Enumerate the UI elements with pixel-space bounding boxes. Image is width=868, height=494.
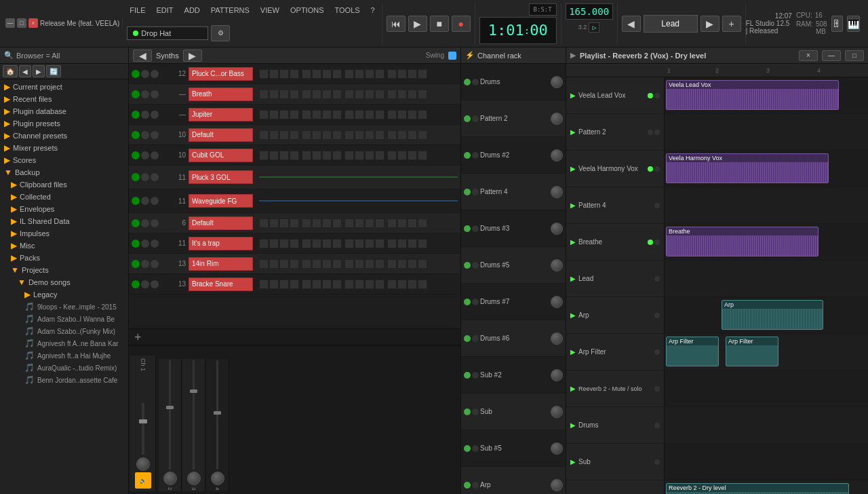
ch-volume-knob[interactable] [551, 223, 563, 235]
pad[interactable] [322, 259, 332, 269]
prev-channel-button[interactable]: ◀ [622, 16, 641, 32]
pad[interactable] [322, 151, 332, 160]
menu-tools[interactable]: TOOLS [332, 6, 363, 14]
pad[interactable] [290, 151, 299, 160]
track-clip-area[interactable]: Arp Filter Arp Filter [665, 334, 868, 370]
fader-track[interactable] [216, 360, 218, 470]
sidebar-item-demo-songs[interactable]: ▼ Demo songs [0, 276, 128, 288]
ch-mute-btn[interactable] [464, 299, 471, 305]
fader-handle[interactable] [190, 390, 197, 393]
pad[interactable] [322, 69, 332, 79]
pad[interactable] [408, 69, 417, 79]
seq-aux-btn[interactable] [151, 70, 159, 78]
pad[interactable] [290, 218, 299, 228]
pad[interactable] [269, 259, 279, 269]
instrument-edit-button[interactable]: ⚙ [211, 25, 230, 41]
menu-add[interactable]: ADD [182, 6, 203, 14]
channel-name-display[interactable]: Lead [644, 15, 698, 33]
seq-mute-btn[interactable] [132, 197, 140, 205]
seq-solo-btn[interactable] [141, 280, 149, 288]
pad[interactable] [418, 218, 427, 228]
pad[interactable] [302, 280, 311, 289]
pad[interactable] [312, 69, 321, 79]
pad[interactable] [322, 90, 332, 99]
pad[interactable] [279, 259, 289, 269]
pad[interactable] [375, 110, 384, 119]
pad[interactable] [312, 259, 321, 269]
playlist-minimize-btn[interactable]: — [822, 50, 841, 61]
pad[interactable] [312, 110, 321, 119]
pad[interactable] [365, 130, 374, 140]
track-clip-area[interactable] [665, 370, 868, 406]
maximize-button[interactable]: □ [17, 18, 26, 28]
ch-volume-knob[interactable] [551, 369, 563, 381]
ch-volume-knob[interactable] [551, 113, 563, 125]
pad[interactable] [387, 259, 397, 269]
pad[interactable] [408, 151, 417, 160]
pad[interactable] [418, 259, 427, 269]
pad[interactable] [408, 218, 417, 228]
pad[interactable] [322, 130, 332, 140]
minimize-button[interactable]: — [5, 18, 15, 28]
pad[interactable] [344, 259, 354, 269]
fader-handle[interactable] [139, 419, 147, 423]
sidebar-item-current-project[interactable]: ▶ Current project [0, 81, 128, 93]
seq-solo-btn[interactable] [141, 151, 149, 159]
seq-instrument-btn[interactable]: Breath [189, 88, 253, 101]
pad[interactable] [344, 69, 354, 79]
sidebar-item-recent-files[interactable]: ▶ Recent files [0, 93, 128, 105]
track-mute-dot[interactable] [654, 313, 660, 318]
pad[interactable] [344, 218, 354, 228]
mixer-button[interactable]: 🎚 [831, 16, 843, 32]
pad[interactable] [259, 151, 269, 160]
seq-instrument-btn[interactable]: Pluck 3 GOL [189, 170, 253, 184]
sidebar-item-misc[interactable]: ▶ Misc [0, 240, 128, 252]
pad[interactable] [355, 239, 364, 248]
pad[interactable] [375, 69, 384, 79]
seq-mute-btn[interactable] [132, 240, 140, 248]
pad[interactable] [279, 280, 289, 289]
playlist-clip[interactable]: Veela Lead Vox [666, 80, 839, 110]
pad[interactable] [269, 151, 279, 160]
pad[interactable] [408, 90, 417, 99]
pad[interactable] [418, 69, 427, 79]
pad[interactable] [365, 218, 374, 228]
pad[interactable] [418, 110, 427, 119]
pad[interactable] [355, 218, 364, 228]
pad[interactable] [418, 151, 427, 160]
pad[interactable] [269, 239, 279, 248]
piano-roll-mini[interactable] [259, 176, 458, 178]
pad[interactable] [312, 151, 321, 160]
pad[interactable] [387, 90, 397, 99]
seq-aux-btn[interactable] [151, 90, 159, 98]
pad[interactable] [365, 110, 374, 119]
ch-mute-btn[interactable] [464, 262, 471, 269]
pad[interactable] [408, 280, 417, 289]
sidebar-item-mixer-presets[interactable]: ▶ Mixer presets [0, 142, 128, 154]
pad[interactable] [332, 151, 342, 160]
pad[interactable] [375, 151, 384, 160]
playlist-zoom-btn[interactable]: □ [845, 50, 864, 61]
sidebar-item-file-aura[interactable]: 🎵 AuraQualic -..tudio Remix) [0, 362, 128, 374]
track-mute-dot[interactable] [654, 276, 660, 282]
seq-mute-btn[interactable] [132, 90, 140, 98]
pad[interactable] [322, 280, 332, 289]
seq-aux-btn[interactable] [151, 197, 159, 205]
sidebar-item-channel-presets[interactable]: ▶ Channel presets [0, 130, 128, 142]
sidebar-item-scores[interactable]: ▶ Scores [0, 154, 128, 166]
sidebar-item-clipboard[interactable]: ▶ Clipboard files [0, 178, 128, 191]
pad[interactable] [387, 69, 397, 79]
pad[interactable] [302, 110, 311, 119]
seq-mute-btn[interactable] [132, 151, 140, 159]
seq-solo-btn[interactable] [141, 70, 149, 78]
pad[interactable] [312, 90, 321, 99]
pad[interactable] [332, 239, 342, 248]
pad[interactable] [387, 151, 397, 160]
seq-mute-btn[interactable] [132, 173, 140, 181]
track-mute-dot[interactable] [648, 130, 653, 135]
playlist-clip[interactable]: Arp Filter [666, 337, 719, 366]
pad[interactable] [408, 130, 417, 140]
pad[interactable] [312, 280, 321, 289]
pad[interactable] [375, 239, 384, 248]
track-clip-area[interactable] [665, 444, 868, 480]
